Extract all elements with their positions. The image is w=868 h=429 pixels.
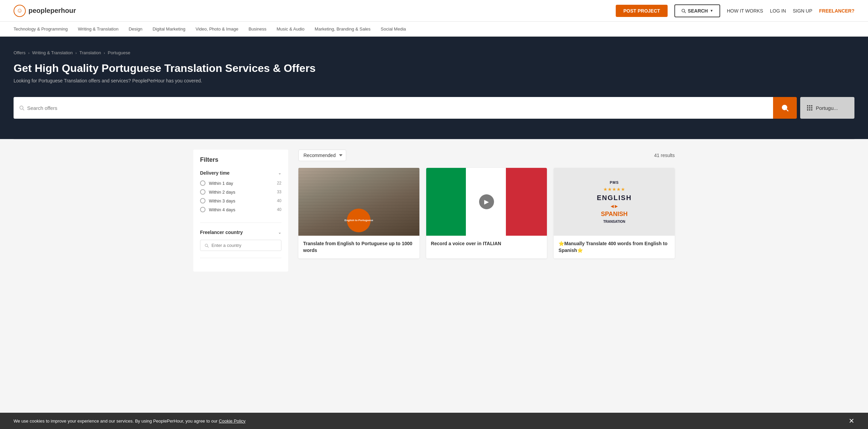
delivery-time-chevron: ⌄ xyxy=(278,171,281,175)
freelancer-country-chevron: ⌄ xyxy=(278,230,281,235)
label-3days: Within 3 days xyxy=(209,198,235,203)
nav-music[interactable]: Music & Audio xyxy=(277,26,304,32)
hero-section: Offers › Writing & Translation › Transla… xyxy=(0,37,868,139)
delivery-time-filter: Delivery time ⌄ Within 1 day 22 Within 2… xyxy=(200,170,281,223)
freelancer-country-label: Freelancer country xyxy=(200,230,243,235)
breadcrumb: Offers › Writing & Translation › Transla… xyxy=(14,50,854,55)
count-3days: 40 xyxy=(277,198,281,203)
chevron-down-icon: ▼ xyxy=(710,9,713,13)
breadcrumb-sep-3: › xyxy=(104,51,105,55)
count-2days: 33 xyxy=(277,190,281,194)
search-submit-icon xyxy=(781,104,789,112)
svg-line-3 xyxy=(23,109,24,110)
nav-marketing[interactable]: Marketing, Branding & Sales xyxy=(315,26,371,32)
results-count: 41 results xyxy=(654,153,675,158)
freelancer-link[interactable]: FREELANCER? xyxy=(819,8,854,14)
card-1-body: Translate from English to Portuguese up … xyxy=(298,236,419,258)
nav-digital-marketing[interactable]: Digital Marketing xyxy=(153,26,185,32)
play-button[interactable]: ▶ xyxy=(479,194,494,209)
nav-video[interactable]: Video, Photo & Image xyxy=(196,26,238,32)
nav-design[interactable]: Design xyxy=(129,26,142,32)
filter-option-4days: Within 4 days 40 xyxy=(200,207,281,212)
svg-line-7 xyxy=(208,246,209,247)
category-nav: Technology & Programming Writing & Trans… xyxy=(0,22,868,37)
results-toolbar: Recommended 41 results xyxy=(298,150,675,161)
search-submit-button[interactable] xyxy=(773,97,797,119)
card-2[interactable]: ▶ Record a voice over in ITALIAN xyxy=(426,168,547,258)
cards-grid: English to Portuguese Translate from Eng… xyxy=(298,168,675,258)
results-area: Recommended 41 results English to Portug… xyxy=(298,150,675,272)
country-search-icon xyxy=(204,243,209,248)
post-project-button[interactable]: POST PROJECT xyxy=(616,5,667,17)
card-2-body: Record a voice over in ITALIAN xyxy=(426,236,547,252)
card-2-image: ▶ xyxy=(426,168,547,236)
sort-select[interactable]: Recommended xyxy=(298,150,346,161)
hero-subtitle: Looking for Portuguese Translation offer… xyxy=(14,78,854,83)
search-icon xyxy=(681,8,686,13)
delivery-time-label: Delivery time xyxy=(200,170,230,176)
nav-technology[interactable]: Technology & Programming xyxy=(14,26,68,32)
radio-2days[interactable] xyxy=(200,189,205,195)
category-filter-button[interactable]: Portugu... xyxy=(800,97,854,119)
freelancer-country-filter: Freelancer country ⌄ xyxy=(200,230,281,258)
filter-option-2days: Within 2 days 33 xyxy=(200,189,281,195)
svg-point-2 xyxy=(20,106,23,109)
logo-icon: ☺ xyxy=(14,5,26,17)
freelancer-country-header[interactable]: Freelancer country ⌄ xyxy=(200,230,281,235)
radio-4days[interactable] xyxy=(200,207,205,212)
how-it-works-link[interactable]: HOW IT WORKS xyxy=(727,8,763,14)
card-1-image: English to Portuguese xyxy=(298,168,419,236)
radio-1day[interactable] xyxy=(200,180,205,186)
nav-social-media[interactable]: Social Media xyxy=(381,26,406,32)
count-1day: 22 xyxy=(277,181,281,186)
country-search-input[interactable] xyxy=(212,243,277,248)
logo-text: peopleperhour xyxy=(28,7,76,15)
nav-business[interactable]: Business xyxy=(249,26,267,32)
filter-option-3days: Within 3 days 40 xyxy=(200,198,281,203)
radio-3days[interactable] xyxy=(200,198,205,203)
main-content: Filters Delivery time ⌄ Within 1 day 22 … xyxy=(180,139,688,282)
search-input[interactable] xyxy=(27,105,768,111)
search-button[interactable]: SEARCH ▼ xyxy=(674,4,720,17)
nav-writing[interactable]: Writing & Translation xyxy=(78,26,119,32)
svg-point-6 xyxy=(205,244,208,247)
card-2-title: Record a voice over in ITALIAN xyxy=(431,240,542,247)
label-4days: Within 4 days xyxy=(209,207,235,212)
card-3-image: PMS ★★★★★ ENGLISH ◀ ▶ SPANISH TRANSATION xyxy=(554,168,675,236)
card-1[interactable]: English to Portuguese Translate from Eng… xyxy=(298,168,419,258)
card-3-body: ⭐Manually Translate 400 words from Engli… xyxy=(554,236,675,258)
hero-title: Get High Quality Portuguese Translation … xyxy=(14,62,854,75)
card-1-overlay: English to Portuguese xyxy=(347,209,371,232)
login-link[interactable]: LOG IN xyxy=(770,8,786,14)
logo[interactable]: ☺ peopleperhour xyxy=(14,5,76,17)
breadcrumb-sep-1: › xyxy=(28,51,29,55)
header-actions: POST PROJECT SEARCH ▼ HOW IT WORKS LOG I… xyxy=(616,4,854,17)
filters-panel: Filters Delivery time ⌄ Within 1 day 22 … xyxy=(193,150,288,272)
filter-option-1day: Within 1 day 22 xyxy=(200,180,281,186)
header: ☺ peopleperhour POST PROJECT SEARCH ▼ HO… xyxy=(0,0,868,22)
breadcrumb-sep-2: › xyxy=(76,51,77,55)
country-search-container xyxy=(200,240,281,251)
breadcrumb-writing[interactable]: Writing & Translation xyxy=(32,50,73,55)
card-3-title: ⭐Manually Translate 400 words from Engli… xyxy=(558,240,670,254)
search-input-container xyxy=(14,97,773,119)
breadcrumb-offers[interactable]: Offers xyxy=(14,50,25,55)
breadcrumb-translation[interactable]: Translation xyxy=(79,50,101,55)
svg-line-1 xyxy=(684,12,686,13)
breadcrumb-portuguese[interactable]: Portuguese xyxy=(108,50,131,55)
label-2days: Within 2 days xyxy=(209,190,235,195)
grid-icon xyxy=(807,105,812,111)
svg-point-4 xyxy=(782,105,787,110)
signup-link[interactable]: SIGN UP xyxy=(793,8,812,14)
card-3[interactable]: PMS ★★★★★ ENGLISH ◀ ▶ SPANISH TRANSATION… xyxy=(554,168,675,258)
delivery-time-header[interactable]: Delivery time ⌄ xyxy=(200,170,281,176)
svg-line-5 xyxy=(786,109,788,111)
count-4days: 40 xyxy=(277,207,281,212)
filters-title: Filters xyxy=(200,156,281,163)
label-1day: Within 1 day xyxy=(209,181,233,186)
search-input-icon xyxy=(19,105,24,111)
svg-point-0 xyxy=(682,9,685,12)
card-1-title: Translate from English to Portuguese up … xyxy=(303,240,415,254)
